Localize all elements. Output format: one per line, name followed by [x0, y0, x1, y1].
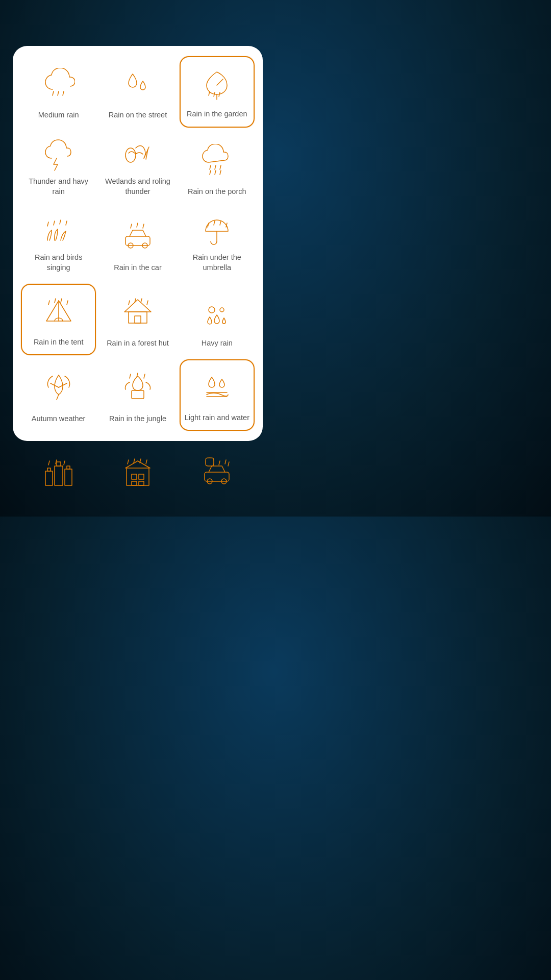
sound-grid-card: Medium rain Rain on the street Rain in t…: [13, 46, 263, 441]
svg-rect-53: [55, 466, 63, 485]
city-rain-icon: [42, 457, 75, 492]
sound-item-medium-rain[interactable]: Medium rain: [21, 56, 96, 128]
light-rain-water-label: Light rain and water: [185, 413, 249, 423]
rain-umbrella-icon: [201, 215, 233, 248]
svg-rect-57: [67, 466, 70, 469]
svg-line-27: [214, 221, 215, 225]
autumn-icon: [42, 366, 75, 408]
medium-rain-icon: [42, 63, 75, 105]
wetlands-label: Wetlands and roling thunder: [103, 177, 172, 197]
svg-line-15: [47, 222, 48, 226]
svg-point-43: [209, 307, 215, 313]
svg-line-45: [57, 395, 59, 400]
svg-point-6: [126, 148, 136, 162]
svg-line-11: [220, 165, 221, 169]
rain-birds-label: Rain and birds singing: [24, 253, 93, 273]
rain-tent-icon: [42, 292, 75, 332]
sound-item-thunder-rain[interactable]: Thunder and havy rain: [21, 132, 96, 204]
svg-rect-46: [132, 390, 144, 399]
sound-item-rain-car[interactable]: Rain in the car: [100, 208, 175, 280]
svg-line-47: [130, 374, 131, 378]
sound-item-light-rain-water[interactable]: Light rain and water: [180, 359, 255, 431]
svg-line-67: [134, 459, 135, 463]
rain-tent-label: Rain in the tent: [34, 337, 84, 348]
svg-line-34: [61, 299, 62, 303]
havy-rain-label: Havy rain: [202, 338, 233, 349]
medium-rain-label: Medium rain: [38, 110, 79, 120]
svg-line-18: [66, 221, 67, 225]
svg-line-23: [137, 223, 138, 227]
rain-jungle-icon: [121, 366, 154, 408]
bottom-item-city-rain[interactable]: [21, 445, 96, 501]
svg-rect-64: [132, 481, 137, 485]
svg-line-26: [208, 223, 209, 227]
svg-line-58: [48, 461, 49, 465]
svg-rect-38: [135, 316, 141, 323]
forest-hut-icon: [121, 291, 154, 333]
svg-line-69: [146, 460, 147, 464]
svg-line-66: [128, 460, 129, 464]
rain-porch-icon: [201, 139, 233, 182]
rain-jungle-label: Rain in the jungle: [109, 414, 166, 424]
svg-rect-65: [139, 481, 144, 485]
bottom-item-building-rain[interactable]: [100, 445, 175, 501]
svg-rect-19: [126, 236, 150, 246]
sound-grid: Medium rain Rain on the street Rain in t…: [21, 56, 255, 431]
bottom-item-car-wash[interactable]: [180, 445, 255, 501]
sound-item-rain-porch[interactable]: Rain on the porch: [180, 132, 255, 204]
rain-car-icon: [121, 215, 154, 258]
svg-line-1: [58, 91, 59, 95]
thunder-rain-label: Thunder and havy rain: [24, 177, 93, 197]
wetlands-icon: [121, 139, 154, 172]
svg-line-12: [210, 170, 211, 175]
svg-line-10: [215, 165, 216, 169]
sound-item-rain-jungle[interactable]: Rain in the jungle: [100, 359, 175, 431]
light-rain-water-icon: [201, 368, 233, 407]
sound-item-rain-tent[interactable]: Rain in the tent: [21, 284, 96, 355]
svg-rect-56: [57, 462, 61, 466]
svg-rect-54: [65, 469, 72, 485]
sound-item-rain-umbrella[interactable]: Rain under the umbrella: [180, 208, 255, 280]
havy-rain-icon: [201, 291, 233, 333]
bottom-row: [13, 441, 263, 501]
svg-rect-62: [132, 474, 137, 479]
sound-item-havy-rain[interactable]: Havy rain: [180, 284, 255, 355]
svg-rect-55: [47, 468, 51, 471]
forest-hut-label: Rain in a forest hut: [107, 338, 169, 349]
svg-marker-36: [124, 300, 151, 312]
sound-item-rain-street[interactable]: Rain on the street: [100, 56, 175, 128]
rain-car-label: Rain in the car: [114, 263, 162, 273]
rain-street-icon: [121, 63, 154, 105]
svg-line-22: [131, 224, 132, 228]
svg-rect-70: [205, 472, 229, 481]
svg-line-5: [219, 92, 220, 96]
svg-line-14: [220, 170, 221, 175]
svg-line-2: [63, 91, 64, 95]
svg-rect-61: [127, 468, 149, 485]
svg-line-9: [210, 165, 211, 169]
sound-item-autumn[interactable]: Autumn weather: [21, 359, 96, 431]
svg-line-39: [129, 301, 130, 305]
svg-line-0: [53, 91, 54, 95]
svg-line-4: [214, 92, 215, 96]
svg-line-42: [147, 301, 148, 305]
building-rain-icon: [121, 457, 154, 492]
sound-item-rain-birds[interactable]: Rain and birds singing: [21, 208, 96, 280]
thunder-rain-icon: [42, 139, 75, 172]
sound-item-wetlands[interactable]: Wetlands and roling thunder: [100, 132, 175, 204]
sound-item-forest-hut[interactable]: Rain in a forest hut: [100, 284, 175, 355]
svg-line-28: [220, 221, 221, 225]
header: [128, 0, 148, 46]
svg-line-32: [48, 301, 49, 305]
svg-rect-37: [129, 312, 147, 323]
sound-item-rain-garden[interactable]: Rain in the garden: [180, 56, 255, 128]
svg-line-35: [67, 301, 68, 305]
rain-porch-label: Rain on the porch: [188, 187, 246, 197]
svg-line-16: [54, 221, 55, 225]
svg-rect-63: [139, 474, 144, 479]
svg-line-13: [215, 170, 216, 175]
rain-umbrella-label: Rain under the umbrella: [183, 253, 252, 273]
rain-birds-icon: [42, 215, 75, 248]
rain-garden-label: Rain in the garden: [187, 109, 247, 119]
car-wash-icon: [201, 457, 233, 492]
